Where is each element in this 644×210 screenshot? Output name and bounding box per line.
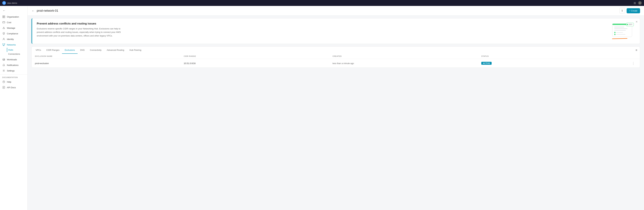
sidebar-item-notifications-label: Notifications: [7, 64, 18, 66]
status-badge: ACTIVE: [481, 62, 492, 65]
tab-exclusions[interactable]: Exclusions: [62, 47, 78, 54]
sidebar: ← Organization Cost Wastage Compliance I…: [0, 6, 28, 210]
row-menu-button[interactable]: ⋮: [630, 61, 636, 65]
sidebar-item-workloads-label: Workloads: [7, 58, 17, 61]
sidebar-item-settings[interactable]: Settings: [0, 68, 28, 73]
tab-cidr-ranges[interactable]: CIDR Ranges: [44, 47, 62, 54]
wastage-icon: [2, 27, 5, 30]
sidebar-item-api-docs[interactable]: API Docs: [0, 85, 28, 90]
svg-rect-30: [616, 32, 623, 33]
sidebar-item-wastage-label: Wastage: [7, 27, 15, 29]
svg-rect-4: [2, 22, 5, 23]
sidebar-item-organization-label: Organization: [7, 16, 19, 18]
tabs-bar: VPCs CIDR Ranges Exclusions DNS Connecti…: [32, 47, 640, 54]
col-header-actions: [630, 55, 636, 57]
networks-icon: [2, 43, 5, 46]
svg-rect-37: [629, 25, 631, 25]
sidebar-sub-item-hubs[interactable]: Hubs: [7, 48, 28, 52]
cell-cidr-range: 10.51.0.0/16: [184, 62, 332, 65]
exclusions-table: EXCLUSION NAME CIDR RANGE CREATED STATUS…: [32, 54, 640, 68]
main-content: ← prod-network-01 ℹ + Create Prevent add…: [28, 6, 644, 210]
table-settings-icon[interactable]: ≡: [634, 47, 638, 53]
organization-icon: [2, 15, 5, 18]
sidebar-item-cost-label: Cost: [7, 21, 11, 24]
svg-point-16: [3, 59, 5, 60]
topbar: S stax-demo ⊞ U: [0, 0, 644, 6]
sidebar-item-help[interactable]: Help: [0, 79, 28, 85]
page-title: prod-network-01: [37, 9, 618, 13]
page-header-actions: ℹ + Create: [620, 8, 640, 14]
sidebar-divider: [0, 74, 28, 75]
svg-rect-1: [4, 16, 5, 17]
close-icon: ×: [636, 20, 638, 24]
create-button[interactable]: + Create: [626, 8, 640, 13]
svg-rect-31: [614, 34, 616, 35]
svg-rect-2: [2, 17, 4, 18]
tab-dns[interactable]: DNS: [78, 47, 87, 54]
banner-content: Prevent address conflicts and routing is…: [37, 22, 604, 38]
sidebar-item-api-docs-label: API Docs: [7, 86, 16, 89]
sidebar-item-wastage[interactable]: Wastage: [0, 25, 28, 31]
illustration-svg: [608, 22, 635, 40]
tab-hub-peering[interactable]: Hub Peering: [127, 47, 144, 54]
sidebar-item-help-label: Help: [7, 81, 11, 83]
info-banner: Prevent address conflicts and routing is…: [32, 18, 640, 44]
svg-point-19: [4, 82, 4, 83]
banner-illustration: [608, 22, 635, 40]
sidebar-item-workloads[interactable]: Workloads: [0, 57, 28, 62]
svg-rect-10: [4, 44, 5, 44]
tabs-list: VPCs CIDR Ranges Exclusions DNS Connecti…: [33, 47, 144, 54]
banner-title: Prevent address conflicts and routing is…: [37, 22, 604, 25]
grid-icon[interactable]: ⊞: [634, 2, 636, 5]
topbar-logo: S: [2, 1, 6, 5]
sidebar-sub-item-connections[interactable]: Connections: [7, 52, 28, 56]
page-back-button[interactable]: ←: [32, 9, 35, 13]
sidebar-item-compliance[interactable]: Compliance: [0, 31, 28, 36]
svg-rect-9: [2, 44, 3, 44]
sidebar-item-networks[interactable]: Networks: [0, 42, 28, 48]
info-button[interactable]: ℹ: [620, 8, 625, 14]
sidebar-item-identity[interactable]: Identity: [0, 36, 28, 42]
sidebar-doc-label: DOCUMENTATION: [0, 76, 28, 79]
col-header-exclusion-name: EXCLUSION NAME: [35, 55, 184, 57]
cell-created: less than a minute ago: [332, 62, 481, 65]
svg-line-15: [4, 45, 4, 46]
tab-connectivity[interactable]: Connectivity: [87, 47, 104, 54]
create-button-label: + Create: [629, 10, 638, 12]
banner-close-button[interactable]: ×: [636, 20, 638, 23]
sidebar-back-button[interactable]: ←: [0, 7, 28, 14]
cell-exclusion-name: prod-exclusion: [35, 62, 184, 65]
compliance-icon: [2, 32, 5, 35]
svg-point-8: [3, 38, 4, 39]
svg-rect-27: [614, 28, 628, 29]
col-header-status: STATUS: [481, 55, 630, 57]
svg-rect-0: [2, 16, 4, 17]
svg-rect-29: [614, 32, 616, 33]
sidebar-item-cost[interactable]: Cost: [0, 20, 28, 25]
api-docs-icon: [2, 86, 5, 89]
cost-icon: [2, 21, 5, 24]
cell-status: ACTIVE: [481, 62, 630, 65]
col-header-created: CREATED: [332, 55, 481, 57]
sidebar-item-notifications[interactable]: Notifications: [0, 62, 28, 68]
topbar-right: ⊞ U: [634, 1, 642, 5]
sidebar-sub-menu: Hubs Connections: [0, 48, 28, 57]
col-header-cidr-range: CIDR RANGE: [184, 55, 332, 57]
sidebar-item-networks-label: Networks: [7, 44, 16, 46]
sidebar-item-settings-label: Settings: [7, 70, 14, 72]
page-header: ← prod-network-01 ℹ + Create: [28, 6, 644, 16]
notifications-icon: [2, 64, 5, 67]
svg-rect-36: [629, 24, 632, 25]
svg-point-17: [4, 70, 4, 71]
sidebar-item-organization[interactable]: Organization: [0, 14, 28, 20]
svg-point-35: [627, 24, 628, 25]
topbar-brand: S stax-demo: [2, 1, 17, 5]
svg-point-7: [4, 28, 4, 29]
svg-rect-26: [614, 27, 624, 28]
tab-vpcs[interactable]: VPCs: [33, 47, 44, 54]
tab-advanced-routing[interactable]: Advanced Routing: [104, 47, 127, 54]
user-avatar[interactable]: U: [638, 1, 642, 5]
svg-rect-32: [616, 34, 625, 35]
svg-line-33: [612, 39, 627, 39]
help-icon: [2, 80, 5, 83]
